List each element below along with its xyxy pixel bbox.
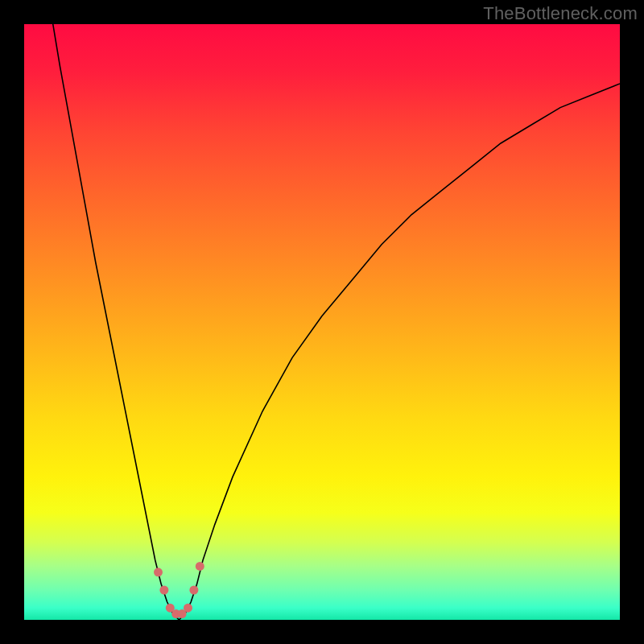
marker-dot xyxy=(189,586,198,595)
marker-dot xyxy=(196,562,204,571)
bottleneck-curve xyxy=(24,24,620,620)
plot-area xyxy=(24,24,620,620)
brand-watermark: TheBottleneck.com xyxy=(483,3,638,24)
marker-dot xyxy=(184,604,192,613)
marker-dot xyxy=(154,568,163,576)
marker-dot xyxy=(159,586,168,595)
chart-frame: TheBottleneck.com xyxy=(0,0,644,644)
